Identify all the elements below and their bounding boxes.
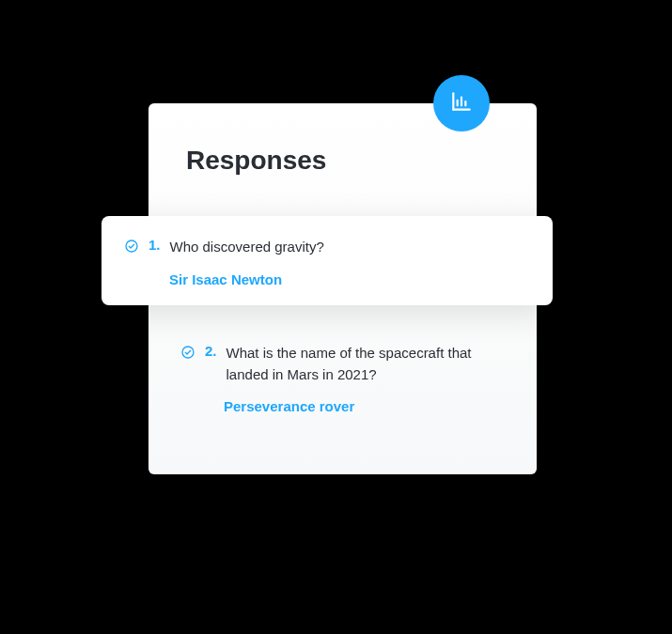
svg-point-5 bbox=[126, 240, 137, 252]
question-row: 2. What is the name of the spacecraft th… bbox=[180, 343, 514, 385]
analytics-button[interactable] bbox=[433, 75, 490, 131]
responses-card: Responses 1. Who discovered gravity? Sir… bbox=[148, 103, 537, 474]
question-number: 2. bbox=[205, 343, 217, 359]
question-text: Who discovered gravity? bbox=[170, 237, 324, 258]
question-text: What is the name of the spacecraft that … bbox=[227, 343, 514, 385]
question-row: 1. Who discovered gravity? bbox=[124, 237, 530, 258]
bar-chart-icon bbox=[449, 89, 474, 117]
response-item[interactable]: 1. Who discovered gravity? Sir Isaac New… bbox=[102, 216, 553, 305]
page-title: Responses bbox=[186, 146, 326, 176]
check-circle-icon bbox=[180, 345, 195, 360]
svg-point-6 bbox=[182, 347, 194, 358]
answer-text: Sir Isaac Newton bbox=[169, 271, 530, 287]
response-item[interactable]: 2. What is the name of the spacecraft th… bbox=[148, 343, 537, 414]
question-number: 1. bbox=[148, 237, 161, 253]
check-circle-icon bbox=[124, 239, 139, 254]
answer-text: Perseverance rover bbox=[224, 398, 514, 414]
